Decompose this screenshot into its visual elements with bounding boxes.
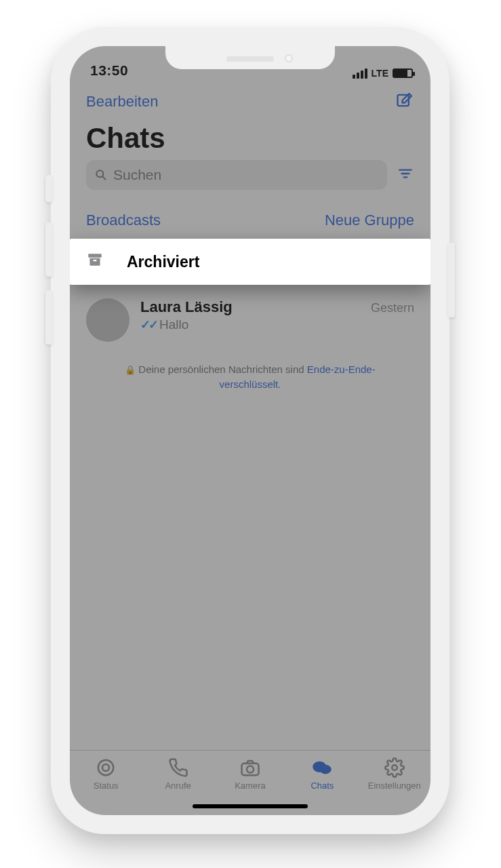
network-label: LTE <box>372 68 388 79</box>
search-row: Suchen <box>70 160 430 198</box>
svg-point-13 <box>320 765 332 774</box>
gear-icon <box>384 757 405 778</box>
lock-icon: 🔒 <box>125 365 136 375</box>
search-placeholder: Suchen <box>113 167 161 183</box>
e2e-suffix: . <box>278 378 281 390</box>
archive-icon <box>86 251 104 273</box>
tab-status-label: Status <box>94 781 119 791</box>
tab-status[interactable]: Status <box>70 757 142 791</box>
status-icon <box>96 757 116 778</box>
speaker-slot <box>226 56 274 62</box>
svg-point-11 <box>247 766 254 773</box>
tab-calls[interactable]: Anrufe <box>142 757 214 791</box>
links-row: Broadcasts Neue Gruppe <box>70 198 430 236</box>
front-camera <box>285 54 293 62</box>
svg-line-2 <box>102 176 106 180</box>
encryption-notice: 🔒Deine persönlichen Nachrichten sind End… <box>70 350 430 404</box>
search-input[interactable]: Suchen <box>86 160 387 190</box>
tab-chats[interactable]: Chats <box>286 757 358 791</box>
volume-up-button <box>45 222 52 277</box>
volume-down-button <box>45 290 52 344</box>
screen: 13:50 LTE Bearbeiten Chats <box>70 46 430 815</box>
tab-camera[interactable]: Kamera <box>214 757 286 791</box>
chat-time: Gestern <box>371 301 414 315</box>
e2e-prefix: Deine persönlichen Nachrichten sind <box>138 363 306 375</box>
svg-point-14 <box>392 765 397 770</box>
broadcasts-link[interactable]: Broadcasts <box>86 212 161 229</box>
archived-label: Archiviert <box>127 253 199 271</box>
tab-settings[interactable]: Einstellungen <box>359 757 430 791</box>
svg-point-9 <box>98 760 114 776</box>
chats-icon <box>312 757 332 778</box>
notch <box>165 49 335 69</box>
filter-icon[interactable] <box>397 165 414 185</box>
tab-camera-label: Kamera <box>235 781 266 791</box>
tab-calls-label: Anrufe <box>165 781 191 791</box>
edit-button[interactable]: Bearbeiten <box>86 93 158 111</box>
svg-rect-7 <box>93 260 96 261</box>
chat-row[interactable]: Laura Lässig Gestern ✓✓ Hallo <box>70 288 430 350</box>
search-icon <box>94 168 108 182</box>
chat-preview: Hallo <box>159 317 188 332</box>
nav-bar: Bearbeiten <box>70 80 430 117</box>
status-time: 13:50 <box>90 62 128 79</box>
cellular-signal-icon <box>353 68 367 79</box>
power-button <box>448 243 455 317</box>
read-receipt-icon: ✓✓ <box>140 317 157 332</box>
archived-row[interactable]: Archiviert <box>70 239 430 285</box>
chat-name: Laura Lässig <box>140 298 233 316</box>
compose-icon[interactable] <box>395 91 414 113</box>
camera-icon <box>240 757 260 778</box>
page-title: Chats <box>70 117 430 160</box>
phone-icon <box>168 757 188 778</box>
mute-switch <box>45 175 52 202</box>
svg-point-8 <box>102 764 109 771</box>
home-indicator[interactable] <box>193 804 308 808</box>
tab-settings-label: Einstellungen <box>368 781 421 791</box>
new-group-link[interactable]: Neue Gruppe <box>325 212 414 229</box>
svg-rect-6 <box>88 254 102 257</box>
battery-icon <box>393 68 413 78</box>
tab-chats-label: Chats <box>310 781 334 791</box>
avatar <box>86 298 129 342</box>
phone-frame: 13:50 LTE Bearbeiten Chats <box>51 27 449 834</box>
status-right: LTE <box>353 68 413 79</box>
